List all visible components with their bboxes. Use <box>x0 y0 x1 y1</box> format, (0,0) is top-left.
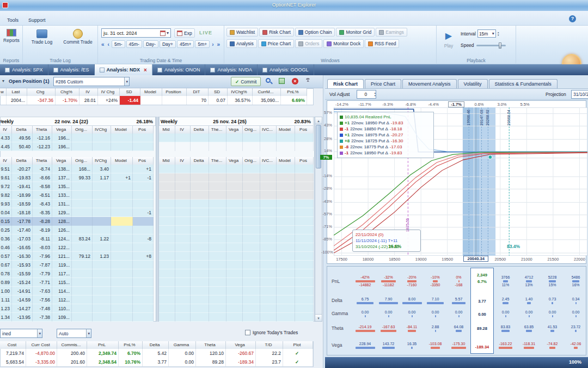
cell[interactable] <box>93 208 111 217</box>
cell[interactable]: -1 <box>133 173 154 182</box>
put-row[interactable] <box>159 217 314 226</box>
cell[interactable] <box>226 217 243 226</box>
cell[interactable] <box>209 208 226 217</box>
cell[interactable] <box>277 313 295 322</box>
cell[interactable] <box>191 313 209 322</box>
cell[interactable] <box>191 191 209 200</box>
cell[interactable]: 2,349.74 <box>87 349 119 358</box>
cell[interactable] <box>133 304 154 313</box>
cell[interactable]: +24% <box>98 96 120 105</box>
cell[interactable]: 1.34 <box>0 313 12 322</box>
cell[interactable] <box>133 261 154 269</box>
cell[interactable] <box>159 217 175 226</box>
ignore-trades-checkbox[interactable] <box>245 330 250 335</box>
spin-down-icon[interactable]: ▾ <box>374 94 376 97</box>
cell[interactable] <box>243 252 260 261</box>
cell[interactable] <box>191 208 209 217</box>
put-row[interactable] <box>159 173 314 182</box>
cell[interactable]: 50.40 <box>12 142 33 151</box>
cell[interactable]: 7,219.74 <box>0 349 26 358</box>
cell[interactable] <box>243 165 260 173</box>
cell[interactable]: 2004... <box>7 96 27 105</box>
put-row[interactable] <box>159 295 314 304</box>
cell[interactable] <box>133 226 154 234</box>
cell[interactable] <box>133 200 154 208</box>
reports-button[interactable]: Reports <box>1 28 22 43</box>
cell[interactable] <box>277 142 295 151</box>
cell[interactable]: -8.03 <box>33 243 52 252</box>
cell[interactable] <box>295 200 314 208</box>
cell[interactable] <box>133 313 154 322</box>
cell[interactable] <box>277 261 295 269</box>
put-row[interactable]: 0.67-15.93-7.87119... <box>0 261 154 269</box>
cell[interactable]: 201.60 <box>57 358 87 366</box>
auto-filter-dropdown[interactable]: Auto ▾ <box>57 329 91 338</box>
cell[interactable] <box>93 182 111 191</box>
interval-spinner[interactable]: ▴ ▾ <box>498 31 499 37</box>
cell[interactable] <box>209 243 226 252</box>
ignore-trades-control[interactable]: Ignore Today's Trades <box>245 330 298 335</box>
cell[interactable] <box>175 173 191 182</box>
cell[interactable] <box>260 182 277 191</box>
cell[interactable] <box>226 234 243 243</box>
cell[interactable]: 10.76% <box>119 358 143 366</box>
cell[interactable] <box>191 287 209 295</box>
cell[interactable] <box>260 173 277 182</box>
cell[interactable] <box>175 200 191 208</box>
cell[interactable] <box>260 191 277 200</box>
cell[interactable] <box>260 134 277 142</box>
cell[interactable] <box>226 261 243 269</box>
windows-button-monitor-grid[interactable]: Monitor Grid <box>336 28 375 37</box>
cell[interactable] <box>209 200 226 208</box>
cell[interactable] <box>226 304 243 313</box>
cell[interactable]: 196... <box>52 142 72 151</box>
cell[interactable] <box>175 287 191 295</box>
cell[interactable]: -7.87 <box>33 261 52 269</box>
cell[interactable]: -347.36 <box>27 96 56 105</box>
cell[interactable]: 35,090... <box>253 96 281 105</box>
cell[interactable] <box>93 269 111 278</box>
cell[interactable] <box>260 261 277 269</box>
cell[interactable]: 124... <box>52 234 72 243</box>
cell[interactable]: 200.40 <box>57 349 87 358</box>
cell[interactable] <box>277 226 295 234</box>
cell[interactable]: -15.93 <box>12 261 33 269</box>
cell[interactable] <box>295 252 314 261</box>
cell[interactable] <box>209 165 226 173</box>
cell[interactable] <box>111 217 133 226</box>
cell[interactable]: -7.63 <box>33 287 52 295</box>
cell[interactable] <box>295 287 314 295</box>
cell[interactable] <box>111 142 133 151</box>
cell[interactable] <box>175 208 191 217</box>
cell[interactable] <box>111 191 133 200</box>
put-row[interactable] <box>159 252 314 261</box>
cell[interactable] <box>111 165 133 173</box>
cell[interactable]: 119... <box>52 261 72 269</box>
windows-button-option-chain[interactable]: Option Chain <box>295 28 335 37</box>
spin-down-icon[interactable]: ▾ <box>498 34 499 37</box>
time-nav-5m[interactable]: 5m+ <box>195 40 210 48</box>
speed-slider-thumb[interactable] <box>499 43 501 49</box>
cell[interactable] <box>175 134 191 142</box>
put-row[interactable]: 9.93-18.59-8.43131... <box>0 200 154 208</box>
cell[interactable]: ✓ <box>283 358 313 366</box>
cell[interactable]: +8 <box>133 252 154 261</box>
cell[interactable] <box>191 295 209 304</box>
cell[interactable] <box>72 278 93 287</box>
cell[interactable] <box>226 191 243 200</box>
cell[interactable] <box>295 261 314 269</box>
windows-button-risk-chart[interactable]: Risk Chart <box>259 28 294 37</box>
put-row[interactable] <box>159 182 314 191</box>
cell[interactable]: 114... <box>52 287 72 295</box>
cell[interactable]: 3.77 <box>143 358 169 366</box>
cell[interactable]: -7.96 <box>33 252 52 261</box>
cell[interactable] <box>209 304 226 313</box>
risk-tab-risk-chart[interactable]: Risk Chart <box>327 79 364 88</box>
cell[interactable] <box>175 278 191 287</box>
cell[interactable] <box>209 313 226 322</box>
cell[interactable] <box>260 295 277 304</box>
cell[interactable]: 109... <box>52 313 72 322</box>
put-row[interactable]: 9.72-19.41-8.58135... <box>0 182 154 191</box>
cell[interactable] <box>209 287 226 295</box>
scroll-down-icon[interactable]: ▾ <box>315 314 322 321</box>
